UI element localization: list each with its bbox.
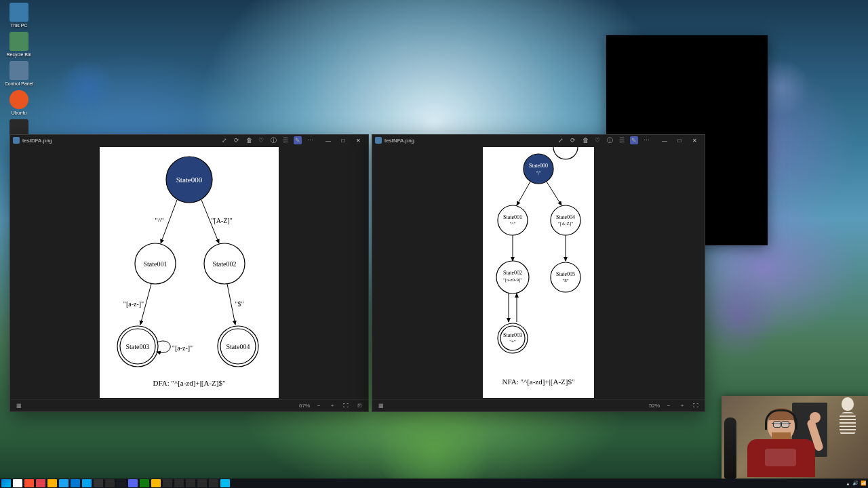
taskbar-item-17[interactable] xyxy=(209,479,218,487)
delete-icon[interactable]: 🗑 xyxy=(581,136,589,144)
svg-text:"|": "|" xyxy=(536,170,540,176)
taskbar-item-4[interactable] xyxy=(59,479,68,487)
zoom-icon[interactable]: ⤢ xyxy=(220,136,229,144)
filename-right: testNFA.png xyxy=(384,138,414,144)
zoom-in-icon[interactable]: + xyxy=(677,401,687,411)
svg-text:"[a-z-]": "[a-z-]" xyxy=(123,300,144,308)
taskbar-item-11[interactable] xyxy=(140,479,149,487)
svg-text:State004: State004 xyxy=(226,343,250,350)
svg-text:"[a-z0-9]": "[a-z0-9]" xyxy=(503,277,522,283)
more-icon[interactable]: ⋯ xyxy=(642,136,650,144)
svg-text:State002: State002 xyxy=(213,260,237,268)
svg-point-30 xyxy=(551,205,580,235)
canvas-left[interactable]: State000 "^" "[A-Z]" State001 State002 "… xyxy=(10,146,368,399)
svg-text:"^": "^" xyxy=(155,217,164,224)
taskbar-item-18[interactable] xyxy=(220,479,230,487)
more-icon[interactable]: ⋯ xyxy=(306,136,314,144)
svg-text:State002: State002 xyxy=(503,270,522,276)
taskbar-item-5[interactable] xyxy=(71,479,80,487)
svg-text:"[A-Z]": "[A-Z]" xyxy=(558,221,573,226)
taskbar-item-2[interactable] xyxy=(36,479,45,487)
taskbar-item-13[interactable] xyxy=(163,479,172,487)
zoom-out-icon[interactable]: − xyxy=(664,401,673,411)
svg-point-39 xyxy=(553,147,578,159)
app-icon xyxy=(375,137,382,144)
taskbar[interactable]: ▲🔊📶 xyxy=(0,479,868,488)
svg-text:State005: State005 xyxy=(556,271,575,277)
filename-left: testDFA.png xyxy=(22,138,52,144)
edit-icon[interactable]: ✎ xyxy=(630,136,638,144)
svg-text:State003: State003 xyxy=(126,343,150,350)
taskbar-item-12[interactable] xyxy=(151,479,161,487)
toolbar-right: ⤢ ⟳ 🗑 ♡ ⓘ ☰ ✎ ⋯ xyxy=(557,136,650,144)
svg-line-26 xyxy=(547,182,561,205)
zoom-level-left: 67% xyxy=(299,403,310,409)
minimize-button[interactable]: ― xyxy=(657,136,672,145)
fit-icon[interactable]: ⛶ xyxy=(691,401,701,411)
taskbar-item-7[interactable] xyxy=(94,479,103,487)
titlebar-right[interactable]: testNFA.png ⤢ ⟳ 🗑 ♡ ⓘ ☰ ✎ ⋯ ― □ ✕ xyxy=(372,135,705,146)
svg-text:"$": "$" xyxy=(235,300,243,308)
taskbar-item-8[interactable] xyxy=(105,479,115,487)
svg-text:State004: State004 xyxy=(556,214,575,220)
toolbar-left: ⤢ ⟳ 🗑 ♡ ⓘ ☰ ✎ ⋯ xyxy=(220,136,314,144)
taskbar-item-16[interactable] xyxy=(197,479,207,487)
zoom-level-right: 52% xyxy=(649,403,660,409)
image-viewer-left: testDFA.png ⤢ ⟳ 🗑 ♡ ⓘ ☰ ✎ ⋯ ― □ ✕ State0… xyxy=(9,134,369,412)
gallery-icon[interactable]: ▦ xyxy=(14,401,24,411)
taskbar-item-15[interactable] xyxy=(186,479,195,487)
diagram-dfa: State000 "^" "[A-Z]" State001 State002 "… xyxy=(100,147,279,398)
info-icon[interactable]: ⓘ xyxy=(269,136,277,144)
desktop-icon-thispc[interactable]: This PC xyxy=(3,3,35,28)
system-tray[interactable]: ▲🔊📶 xyxy=(846,481,867,486)
svg-point-38 xyxy=(551,262,580,292)
desktop-icon-recycle[interactable]: Recycle Bin xyxy=(3,32,35,57)
delete-icon[interactable]: 🗑 xyxy=(245,136,253,144)
taskbar-item-6[interactable] xyxy=(82,479,92,487)
rotate-icon[interactable]: ⟳ xyxy=(569,136,577,144)
zoom-out-icon[interactable]: − xyxy=(314,401,323,411)
zoom-in-icon[interactable]: + xyxy=(328,401,337,411)
svg-text:NFA: "^[a-zd]+|[A-Z]$": NFA: "^[a-zd]+|[A-Z]$" xyxy=(502,378,575,386)
svg-text:"$": "$" xyxy=(562,278,568,283)
canvas-right[interactable]: State000 "|" State001 "^" State004 "[A-Z… xyxy=(372,146,705,399)
maximize-button[interactable]: □ xyxy=(336,136,351,145)
gallery-icon[interactable]: ▦ xyxy=(376,401,386,411)
taskbar-item-14[interactable] xyxy=(174,479,184,487)
svg-point-22 xyxy=(524,154,553,184)
info-icon[interactable]: ⓘ xyxy=(606,136,614,144)
taskbar-item-9[interactable] xyxy=(117,479,126,487)
actual-icon[interactable]: ⊡ xyxy=(355,401,364,411)
desktop-icon-control[interactable]: Control Panel xyxy=(3,61,35,86)
statusbar-right: ▦ 52% − + ⛶ xyxy=(372,399,705,411)
desktop-icon-ubuntu[interactable]: Ubuntu xyxy=(3,90,35,115)
svg-line-25 xyxy=(517,182,530,205)
taskbar-item-1[interactable] xyxy=(24,479,34,487)
taskbar-item-3[interactable] xyxy=(47,479,57,487)
rotate-icon[interactable]: ⟳ xyxy=(233,136,241,144)
close-button[interactable]: ✕ xyxy=(351,136,366,145)
svg-point-27 xyxy=(498,205,528,235)
crop-icon[interactable]: ☰ xyxy=(281,136,290,144)
maximize-button[interactable]: □ xyxy=(672,136,687,145)
app-icon xyxy=(13,137,20,144)
close-button[interactable]: ✕ xyxy=(687,136,702,145)
taskbar-item-10[interactable] xyxy=(128,479,138,487)
minimize-button[interactable]: ― xyxy=(321,136,336,145)
crop-icon[interactable]: ☰ xyxy=(618,136,626,144)
image-viewer-right: testNFA.png ⤢ ⟳ 🗑 ♡ ⓘ ☰ ✎ ⋯ ― □ ✕ State0… xyxy=(372,134,705,412)
titlebar-left[interactable]: testDFA.png ⤢ ⟳ 🗑 ♡ ⓘ ☰ ✎ ⋯ ― □ ✕ xyxy=(10,135,368,146)
svg-text:State001: State001 xyxy=(503,214,522,220)
start-button[interactable] xyxy=(1,479,11,487)
edit-icon[interactable]: ✎ xyxy=(294,136,302,144)
zoom-icon[interactable]: ⤢ xyxy=(557,136,565,144)
diagram-nfa: State000 "|" State001 "^" State004 "[A-Z… xyxy=(483,147,594,398)
taskbar-item-0[interactable] xyxy=(13,479,22,487)
svg-point-45 xyxy=(500,326,525,350)
svg-text:"^": "^" xyxy=(510,221,516,226)
favorite-icon[interactable]: ♡ xyxy=(257,136,265,144)
webcam-overlay xyxy=(722,396,868,479)
svg-text:"[A-Z]": "[A-Z]" xyxy=(211,217,232,224)
favorite-icon[interactable]: ♡ xyxy=(593,136,601,144)
fit-icon[interactable]: ⛶ xyxy=(341,401,351,411)
